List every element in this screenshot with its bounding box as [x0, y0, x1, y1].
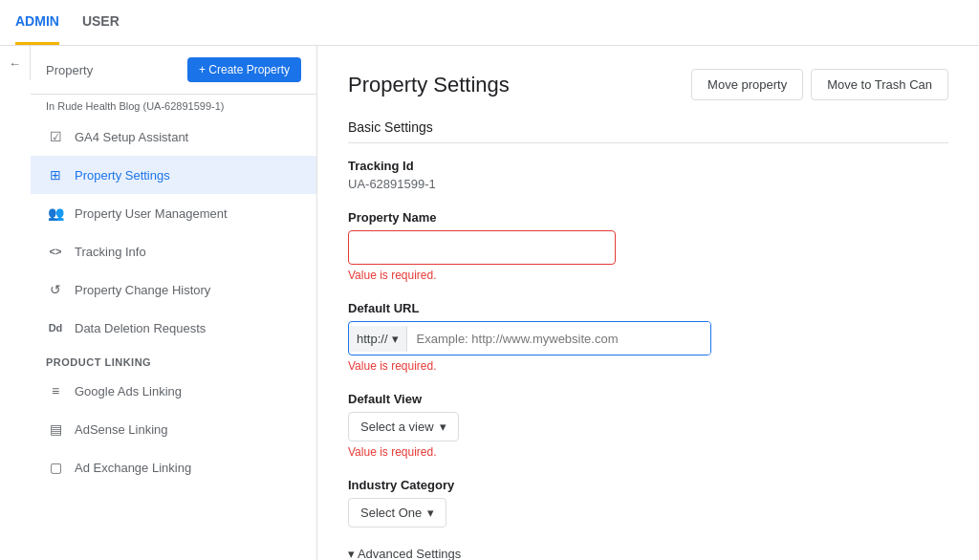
main-content: Property Settings Move property Move to … [317, 46, 979, 560]
sidebar-item-label: Ad Exchange Linking [75, 461, 191, 475]
sidebar-item-label: GA4 Setup Assistant [75, 130, 188, 144]
property-subtitle: In Rude Health Blog (UA-62891599-1) [31, 95, 316, 118]
select-one-text: Select One [360, 506, 422, 520]
sidebar-item-data-deletion[interactable]: Dd Data Deletion Requests [31, 309, 316, 347]
create-property-button[interactable]: + Create Property [187, 57, 301, 82]
default-url-label: Default URL [348, 301, 948, 315]
adsense-icon: ▤ [46, 420, 65, 439]
sidebar-item-ad-exchange-linking[interactable]: ▢ Ad Exchange Linking [31, 448, 316, 486]
property-label: Property [46, 63, 93, 77]
toggle-icon: ← [9, 56, 21, 71]
select-view-chevron-icon: ▾ [440, 420, 446, 434]
page-title: Property Settings [348, 73, 510, 97]
property-settings-icon: ⊞ [46, 165, 65, 184]
product-linking-section-label: PRODUCT LINKING [31, 347, 316, 372]
tracking-id-group: Tracking Id UA-62891599-1 [348, 159, 948, 191]
tracking-id-label: Tracking Id [348, 159, 948, 173]
sidebar-toggle[interactable]: ← [0, 46, 31, 80]
change-history-icon: ↺ [46, 280, 65, 299]
header-buttons: Move property Move to Trash Can [691, 69, 948, 100]
sidebar-item-property-user-management[interactable]: 👥 Property User Management [31, 194, 316, 232]
sidebar-item-label: AdSense Linking [75, 422, 168, 437]
sidebar-item-ga4-setup[interactable]: ☑ GA4 Setup Assistant [31, 118, 316, 156]
property-name-group: Property Name Value is required. [348, 210, 948, 282]
basic-settings-section: Basic Settings [348, 119, 948, 143]
select-view-text: Select a view [360, 420, 434, 434]
default-view-label: Default View [348, 392, 948, 406]
default-view-error: Value is required. [348, 445, 948, 459]
default-url-input[interactable] [407, 322, 710, 355]
google-ads-icon: ≡ [46, 381, 65, 400]
sidebar-item-label: Tracking Info [75, 245, 146, 259]
select-one-chevron-icon: ▾ [427, 506, 434, 520]
default-view-group: Default View Select a view ▾ Value is re… [348, 392, 948, 459]
url-prefix-text: http:// [357, 332, 388, 346]
sidebar-item-label: Property User Management [75, 206, 228, 221]
move-to-trash-button[interactable]: Move to Trash Can [811, 69, 948, 100]
url-prefix[interactable]: http:// ▾ [349, 326, 407, 352]
data-deletion-icon: Dd [46, 318, 65, 337]
sidebar-item-property-settings[interactable]: ⊞ Property Settings [31, 156, 316, 194]
ad-exchange-icon: ▢ [46, 458, 65, 477]
tab-admin[interactable]: ADMIN [15, 0, 59, 45]
move-property-button[interactable]: Move property [691, 69, 803, 100]
content-header: Property Settings Move property Move to … [348, 69, 948, 100]
sidebar-header: Property + Create Property [31, 46, 316, 95]
url-prefix-dropdown-icon: ▾ [392, 332, 399, 346]
default-url-error: Value is required. [348, 359, 948, 373]
property-name-input[interactable] [348, 230, 616, 265]
select-one-button[interactable]: Select One ▾ [348, 498, 446, 528]
select-view-button[interactable]: Select a view ▾ [348, 412, 459, 442]
sidebar-item-adsense-linking[interactable]: ▤ AdSense Linking [31, 410, 316, 448]
tracking-info-icon: <> [46, 242, 65, 261]
default-url-group: Default URL http:// ▾ Value is required. [348, 301, 948, 373]
top-navigation: ADMIN USER [0, 0, 979, 46]
sidebar-item-property-change-history[interactable]: ↺ Property Change History [31, 270, 316, 309]
main-layout: ← Property + Create Property In Rude Hea… [0, 46, 979, 560]
url-input-group: http:// ▾ [348, 321, 711, 355]
sidebar: Property + Create Property In Rude Healt… [31, 46, 317, 560]
advanced-settings-toggle[interactable]: ▾ Advanced Settings [348, 547, 948, 560]
sidebar-item-label: Property Settings [75, 168, 170, 183]
tracking-id-value: UA-62891599-1 [348, 177, 948, 191]
sidebar-item-tracking-info[interactable]: <> Tracking Info [31, 232, 316, 270]
sidebar-item-label: Property Change History [75, 283, 210, 297]
sidebar-item-label: Data Deletion Requests [75, 321, 206, 335]
sidebar-header-left: Property [46, 63, 93, 77]
sidebar-item-label: Google Ads Linking [75, 384, 182, 398]
property-name-label: Property Name [348, 210, 948, 225]
industry-category-group: Industry Category Select One ▾ [348, 478, 948, 528]
sidebar-item-google-ads-linking[interactable]: ≡ Google Ads Linking [31, 372, 316, 410]
ga4-setup-icon: ☑ [46, 127, 65, 146]
user-management-icon: 👥 [46, 204, 65, 223]
property-name-error: Value is required. [348, 269, 948, 282]
tab-user[interactable]: USER [82, 0, 120, 45]
advanced-settings-label: ▾ Advanced Settings [348, 547, 461, 560]
industry-category-label: Industry Category [348, 478, 948, 492]
